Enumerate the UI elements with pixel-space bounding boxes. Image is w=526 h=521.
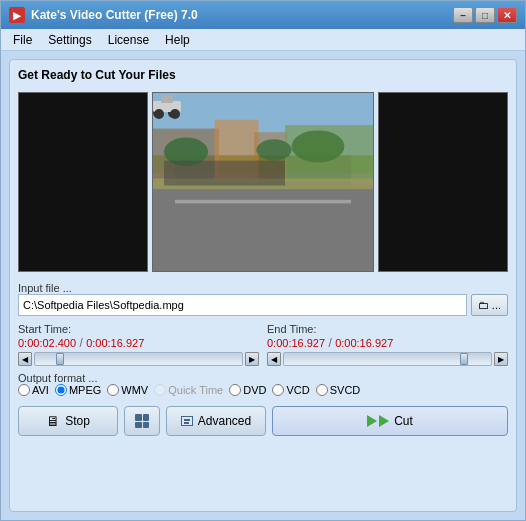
main-panel: Get Ready to Cut Your Files <box>9 59 517 512</box>
browse-label: ... <box>492 299 501 311</box>
format-wmv-radio[interactable] <box>107 384 119 396</box>
end-slider-right-arrow[interactable]: ▶ <box>494 352 508 366</box>
format-avi: AVI <box>18 384 49 396</box>
stop-button-label: Stop <box>65 414 90 428</box>
svg-rect-11 <box>164 161 285 186</box>
format-svcd-radio[interactable] <box>316 384 328 396</box>
input-file-row: 🗀 ... <box>18 294 508 316</box>
svg-rect-8 <box>153 186 373 271</box>
format-quicktime-radio <box>154 384 166 396</box>
format-wmv: WMV <box>107 384 148 396</box>
grid-cell-1 <box>135 414 142 421</box>
monitor-icon: 🖥 <box>46 413 60 429</box>
menu-file[interactable]: File <box>5 31 40 49</box>
content-area: Get Ready to Cut Your Files <box>1 51 525 520</box>
format-dvd-label: DVD <box>243 384 266 396</box>
menu-license[interactable]: License <box>100 31 157 49</box>
output-format-label: Output format ... <box>18 372 508 384</box>
end-time-slider[interactable] <box>283 352 492 366</box>
video-frame-left <box>18 92 148 272</box>
browse-button[interactable]: 🗀 ... <box>471 294 508 316</box>
svg-rect-9 <box>175 200 351 204</box>
output-format-section: Output format ... AVI MPEG WMV <box>18 372 508 396</box>
svg-point-7 <box>256 139 291 160</box>
format-quicktime: Quick Time <box>154 384 223 396</box>
start-slider-left-arrow[interactable]: ◀ <box>18 352 32 366</box>
main-window: ▶ Kate's Video Cutter (Free) 7.0 – □ ✕ F… <box>0 0 526 521</box>
format-mpeg-radio[interactable] <box>55 384 67 396</box>
menu-help[interactable]: Help <box>157 31 198 49</box>
close-button[interactable]: ✕ <box>497 7 517 23</box>
start-slider-right-arrow[interactable]: ▶ <box>245 352 259 366</box>
grid-cell-2 <box>143 414 150 421</box>
title-bar-left: ▶ Kate's Video Cutter (Free) 7.0 <box>9 7 198 23</box>
restore-button[interactable]: □ <box>475 7 495 23</box>
frames-button[interactable] <box>124 406 160 436</box>
frames-grid-icon <box>135 414 149 428</box>
format-options-row: AVI MPEG WMV Quick Time <box>18 384 508 396</box>
svg-point-6 <box>292 130 345 162</box>
menu-settings[interactable]: Settings <box>40 31 99 49</box>
format-svcd: SVCD <box>316 384 361 396</box>
minimize-button[interactable]: – <box>453 7 473 23</box>
menu-bar: File Settings License Help <box>1 29 525 51</box>
browse-icon: 🗀 <box>478 299 489 311</box>
video-frame-main <box>152 92 374 272</box>
cut-play-icon <box>367 415 389 427</box>
advanced-button-label: Advanced <box>198 414 251 428</box>
start-time-slider[interactable] <box>34 352 243 366</box>
format-vcd-label: VCD <box>286 384 309 396</box>
format-vcd-radio[interactable] <box>272 384 284 396</box>
grid-cell-3 <box>135 422 142 429</box>
start-time-value1: 0:00:02.400 <box>18 337 76 349</box>
start-time-value2: 0:00:16.927 <box>86 337 144 349</box>
format-mpeg-label: MPEG <box>69 384 101 396</box>
video-placeholder-right <box>379 93 507 271</box>
video-area <box>18 92 508 272</box>
svg-point-17 <box>154 109 164 119</box>
start-slider-thumb[interactable] <box>56 353 64 365</box>
format-avi-radio[interactable] <box>18 384 30 396</box>
end-time-label: End Time: <box>267 323 317 335</box>
time-row: Start Time: 0:00:02.400 / 0:00:16.927 ◀ … <box>18 322 508 366</box>
window-title: Kate's Video Cutter (Free) 7.0 <box>31 8 198 22</box>
format-quicktime-label: Quick Time <box>168 384 223 396</box>
title-bar: ▶ Kate's Video Cutter (Free) 7.0 – □ ✕ <box>1 1 525 29</box>
advanced-button[interactable]: Advanced <box>166 406 266 436</box>
video-frame-right <box>378 92 508 272</box>
grid-cell-4 <box>143 422 150 429</box>
format-avi-label: AVI <box>32 384 49 396</box>
start-time-label: Start Time: <box>18 323 71 335</box>
input-file-label: Input file ... <box>18 282 508 294</box>
format-dvd: DVD <box>229 384 266 396</box>
play-arrow-1 <box>367 415 377 427</box>
svg-rect-19 <box>161 95 173 103</box>
play-arrow-2 <box>379 415 389 427</box>
title-buttons: – □ ✕ <box>453 7 517 23</box>
bottom-buttons: 🖥 Stop Advanced <box>18 406 508 436</box>
input-file-section: Input file ... 🗀 ... <box>18 282 508 316</box>
start-time-slider-container: ◀ ▶ <box>18 352 259 366</box>
format-vcd: VCD <box>272 384 309 396</box>
end-time-section: End Time: 0:00:16.927 / 0:00:16.927 ◀ ▶ <box>267 322 508 366</box>
start-time-section: Start Time: 0:00:02.400 / 0:00:16.927 ◀ … <box>18 322 259 366</box>
app-icon: ▶ <box>9 7 25 23</box>
file-path-input[interactable] <box>18 294 467 316</box>
advanced-icon <box>181 416 193 426</box>
format-dvd-radio[interactable] <box>229 384 241 396</box>
cut-button[interactable]: Cut <box>272 406 508 436</box>
end-slider-left-arrow[interactable]: ◀ <box>267 352 281 366</box>
end-time-value1: 0:00:16.927 <box>267 337 325 349</box>
end-time-slider-container: ◀ ▶ <box>267 352 508 366</box>
format-wmv-label: WMV <box>121 384 148 396</box>
panel-title: Get Ready to Cut Your Files <box>18 68 508 82</box>
format-mpeg: MPEG <box>55 384 101 396</box>
video-thumbnail <box>153 93 373 271</box>
svg-point-18 <box>170 109 180 119</box>
end-slider-thumb[interactable] <box>460 353 468 365</box>
end-time-value2: 0:00:16.927 <box>335 337 393 349</box>
stop-button[interactable]: 🖥 Stop <box>18 406 118 436</box>
format-svcd-label: SVCD <box>330 384 361 396</box>
cut-button-label: Cut <box>394 414 413 428</box>
video-placeholder-left <box>19 93 147 271</box>
